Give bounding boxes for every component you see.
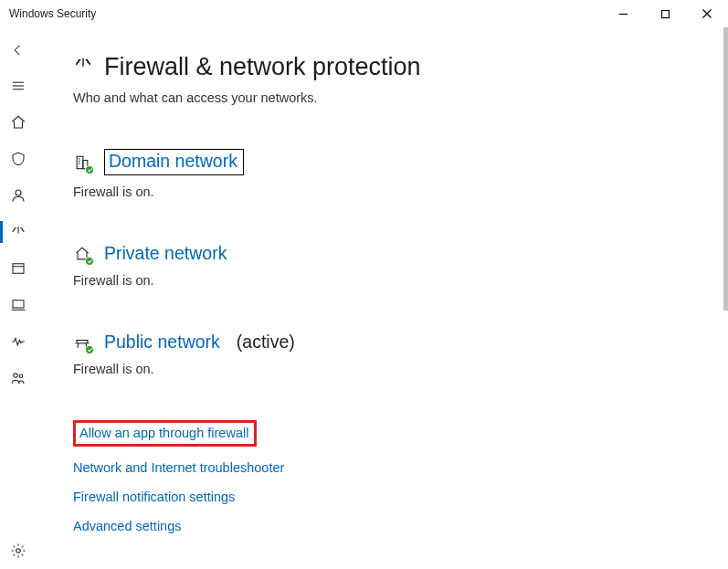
window-controls: [602, 0, 728, 27]
active-tag: (active): [237, 332, 295, 353]
page-title: Firewall & network protection: [73, 53, 702, 81]
svg-rect-11: [13, 300, 24, 308]
check-badge-icon: [85, 345, 94, 354]
private-network-link[interactable]: Private network: [104, 243, 227, 264]
check-badge-icon: [85, 165, 94, 174]
sidebar-item-account[interactable]: [0, 177, 37, 214]
sidebar: [0, 27, 37, 569]
troubleshooter-link[interactable]: Network and Internet troubleshooter: [73, 460, 284, 475]
page-subtitle: Who and what can access your networks.: [73, 90, 702, 105]
allow-app-highlight: Allow an app through firewall: [73, 420, 257, 447]
sidebar-item-home[interactable]: [0, 104, 37, 141]
sidebar-item-device-security[interactable]: [0, 287, 37, 323]
bench-icon: [73, 333, 91, 352]
window-title: Windows Security: [9, 7, 96, 20]
svg-rect-9: [13, 264, 24, 274]
menu-button[interactable]: [0, 68, 37, 104]
sidebar-item-settings[interactable]: [0, 532, 37, 569]
main-content: Firewall & network protection Who and wh…: [37, 27, 728, 569]
public-network-section: Public network (active) Firewall is on.: [73, 332, 702, 376]
svg-point-7: [16, 190, 21, 195]
sidebar-item-family[interactable]: [0, 360, 37, 396]
close-button[interactable]: [686, 0, 728, 27]
page-title-text: Firewall & network protection: [104, 53, 421, 81]
minimize-button[interactable]: [602, 0, 644, 27]
check-badge-icon: [85, 257, 94, 266]
svg-point-15: [16, 549, 21, 553]
back-button[interactable]: [0, 33, 37, 68]
private-network-section: Private network Firewall is on.: [73, 243, 702, 288]
domain-network-link[interactable]: Domain network: [104, 149, 244, 175]
public-network-status: Firewall is on.: [73, 362, 702, 376]
titlebar: Windows Security: [0, 0, 728, 27]
svg-point-13: [14, 374, 18, 378]
sidebar-item-app-browser[interactable]: [0, 250, 37, 287]
private-network-status: Firewall is on.: [73, 273, 702, 288]
maximize-button[interactable]: [644, 0, 686, 27]
notification-settings-link[interactable]: Firewall notification settings: [73, 490, 235, 504]
advanced-settings-link[interactable]: Advanced settings: [73, 519, 182, 533]
domain-network-status: Firewall is on.: [73, 184, 702, 199]
sidebar-item-firewall[interactable]: [0, 214, 37, 250]
building-icon: [73, 153, 91, 172]
sidebar-item-virus[interactable]: [0, 141, 37, 177]
allow-app-link[interactable]: Allow an app through firewall: [79, 426, 248, 440]
svg-rect-1: [661, 10, 669, 17]
domain-network-section: Domain network Firewall is on.: [73, 149, 702, 199]
svg-point-14: [19, 374, 23, 378]
sidebar-item-device-performance[interactable]: [0, 323, 37, 360]
scrollbar[interactable]: [723, 27, 728, 311]
firewall-icon: [73, 53, 93, 81]
action-links: Allow an app through firewall Network an…: [73, 420, 702, 534]
public-network-link[interactable]: Public network: [104, 332, 220, 353]
svg-line-26: [78, 342, 79, 347]
house-icon: [73, 245, 91, 263]
